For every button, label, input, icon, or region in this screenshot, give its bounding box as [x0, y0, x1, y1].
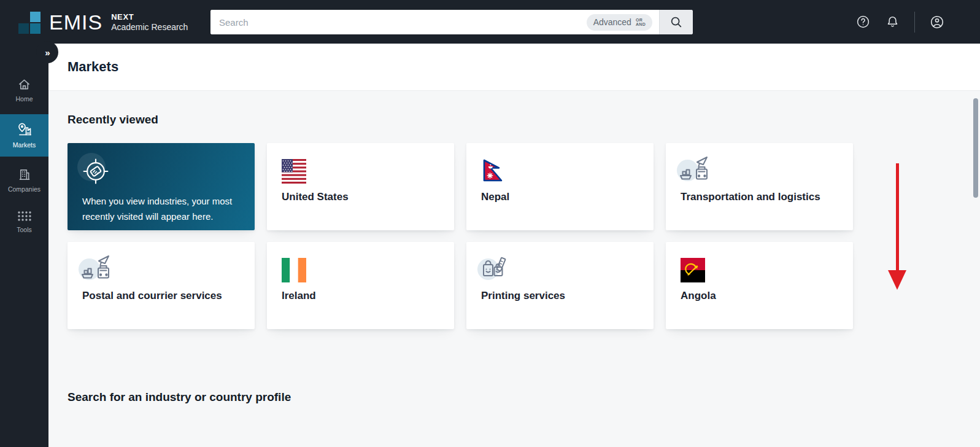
topbar-divider [914, 12, 915, 33]
card-country-ireland[interactable]: Ireland [267, 242, 454, 329]
recently-viewed-heading: Recently viewed [68, 113, 158, 126]
emis-logo-icon [18, 10, 42, 34]
advanced-search-button[interactable]: Advanced OR AND [587, 14, 652, 31]
scrollbar[interactable] [973, 98, 978, 198]
card-industry-transportation[interactable]: Transportation and logistics [666, 143, 853, 230]
help-icon [856, 15, 870, 29]
placeholder-message: When you view industries, your most rece… [82, 193, 239, 224]
card-label: Transportation and logistics [681, 190, 843, 204]
industries-placeholder-card: When you view industries, your most rece… [68, 143, 255, 230]
sidebar-item-label: Home [15, 95, 33, 103]
page-header: Markets [48, 44, 980, 91]
main-content: Markets Recently viewed When you view in… [48, 44, 980, 447]
sidebar-item-label: Markets [13, 141, 36, 149]
card-label: Angola [681, 289, 843, 303]
account-icon [930, 15, 944, 29]
card-country-nepal[interactable]: Nepal [466, 143, 654, 230]
markets-icon [17, 122, 33, 138]
search-input[interactable] [210, 10, 587, 34]
search-icon [669, 15, 683, 29]
sidebar-expand-button[interactable]: » [36, 41, 58, 63]
home-icon [17, 77, 31, 91]
nepal-flag-icon [481, 159, 506, 184]
annotation-arrow-head [888, 270, 906, 290]
companies-icon [17, 168, 31, 182]
bell-icon [885, 15, 900, 29]
boolean-operators-icon: OR AND [636, 18, 646, 26]
logo-square-dark [18, 23, 29, 34]
logo-square-light [30, 12, 41, 22]
chevron-double-right-icon: » [45, 47, 49, 58]
annotation-arrow-down [896, 163, 899, 271]
sidebar-item-label: Companies [8, 185, 41, 193]
sidebar-item-home[interactable]: Home [0, 72, 48, 109]
sidebar-item-companies[interactable]: Companies [0, 162, 48, 199]
united-states-flag-icon [282, 159, 306, 184]
notifications-button[interactable] [885, 15, 900, 29]
card-industry-postal[interactable]: Postal and courrier services [68, 242, 255, 329]
top-bar: EMIS NEXT Academic Research Advanced OR … [0, 0, 980, 44]
brand-product: NEXT [111, 12, 188, 21]
search-button[interactable] [659, 10, 693, 34]
card-country-angola[interactable]: Angola [666, 242, 853, 329]
emis-logo[interactable]: EMIS NEXT Academic Research [18, 10, 188, 34]
card-label: Postal and courrier services [82, 289, 245, 303]
transportation-icon [80, 254, 112, 282]
topbar-actions [855, 0, 944, 44]
ireland-flag-icon [282, 258, 306, 282]
sidebar-item-label: Tools [17, 226, 32, 233]
sidebar: Home Markets [0, 44, 48, 447]
account-button[interactable] [930, 15, 944, 29]
advanced-label: Advanced [593, 17, 631, 27]
card-industry-printing[interactable]: Printing services [466, 242, 654, 329]
logo-square-teal [30, 23, 41, 34]
sidebar-item-markets[interactable]: Markets [0, 114, 48, 157]
help-button[interactable] [855, 15, 870, 29]
search-profile-heading: Search for an industry or country profil… [68, 391, 291, 404]
sidebar-item-tools[interactable]: Tools [0, 204, 48, 239]
transportation-icon [678, 155, 710, 183]
page-title: Markets [68, 59, 118, 75]
card-label: United States [282, 190, 444, 204]
recently-viewed-grid: When you view industries, your most rece… [68, 143, 853, 329]
tools-grid-icon [17, 210, 33, 222]
card-country-united-states[interactable]: United States [267, 143, 454, 230]
global-search-bar: Advanced OR AND [210, 10, 693, 34]
card-label: Ireland [282, 289, 444, 303]
industry-target-handshake-icon [81, 157, 110, 186]
card-label: Nepal [481, 190, 644, 204]
angola-flag-icon [681, 258, 705, 282]
card-label: Printing services [481, 289, 644, 303]
brand-name: EMIS [49, 12, 102, 33]
printing-icon [479, 254, 511, 282]
brand-subtitle: Academic Research [111, 22, 188, 32]
